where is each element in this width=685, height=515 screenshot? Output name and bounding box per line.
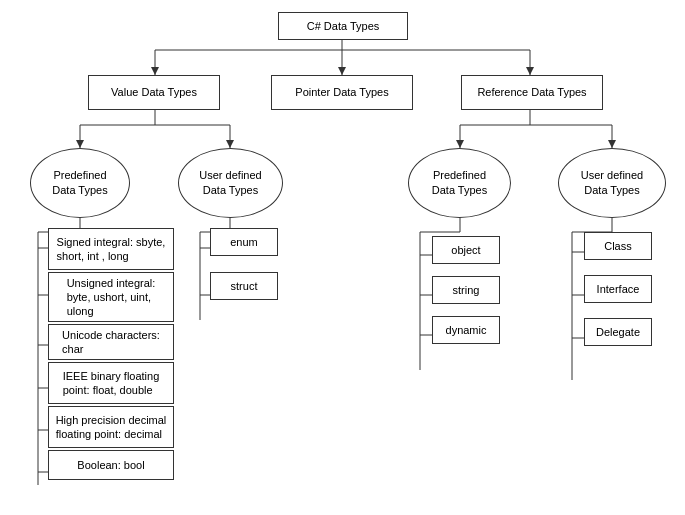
class-label: Class xyxy=(604,239,632,253)
svg-marker-7 xyxy=(526,67,534,75)
ref-predefined-node: Predefined Data Types xyxy=(408,148,511,218)
class-node: Class xyxy=(584,232,652,260)
object-label: object xyxy=(451,243,480,257)
value-node: Value Data Types xyxy=(88,75,220,110)
string-label: string xyxy=(453,283,480,297)
val-user-label: User defined Data Types xyxy=(199,168,261,199)
signed-label: Signed integral: sbyte, short, int , lon… xyxy=(57,235,166,264)
boolean-node: Boolean: bool xyxy=(48,450,174,480)
dynamic-label: dynamic xyxy=(446,323,487,337)
ref-user-node: User defined Data Types xyxy=(558,148,666,218)
interface-node: Interface xyxy=(584,275,652,303)
dynamic-node: dynamic xyxy=(432,316,500,344)
unicode-label: Unicode characters: char xyxy=(62,328,160,357)
svg-marker-5 xyxy=(151,67,159,75)
unsigned-label: Unsigned integral: byte, ushort, uint, u… xyxy=(67,276,156,319)
pointer-node: Pointer Data Types xyxy=(271,75,413,110)
enum-label: enum xyxy=(230,235,258,249)
svg-marker-13 xyxy=(226,140,234,148)
object-node: object xyxy=(432,236,500,264)
unicode-node: Unicode characters: char xyxy=(48,324,174,360)
ieee-label: IEEE binary floating point: float, doubl… xyxy=(63,369,160,398)
svg-marker-6 xyxy=(338,67,346,75)
val-pre-label: Predefined Data Types xyxy=(52,168,107,199)
struct-node: struct xyxy=(210,272,278,300)
root-label: C# Data Types xyxy=(307,19,380,33)
reference-label: Reference Data Types xyxy=(477,85,586,99)
string-node: string xyxy=(432,276,500,304)
delegate-node: Delegate xyxy=(584,318,652,346)
high-node: High precision decimal floating point: d… xyxy=(48,406,174,448)
interface-label: Interface xyxy=(597,282,640,296)
svg-marker-18 xyxy=(456,140,464,148)
ref-user-label: User defined Data Types xyxy=(581,168,643,199)
svg-marker-12 xyxy=(76,140,84,148)
val-user-node: User defined Data Types xyxy=(178,148,283,218)
root-node: C# Data Types xyxy=(278,12,408,40)
reference-node: Reference Data Types xyxy=(461,75,603,110)
delegate-label: Delegate xyxy=(596,325,640,339)
ieee-node: IEEE binary floating point: float, doubl… xyxy=(48,362,174,404)
signed-node: Signed integral: sbyte, short, int , lon… xyxy=(48,228,174,270)
enum-node: enum xyxy=(210,228,278,256)
ref-pre-label: Predefined Data Types xyxy=(432,168,487,199)
struct-label: struct xyxy=(231,279,258,293)
svg-marker-19 xyxy=(608,140,616,148)
unsigned-node: Unsigned integral: byte, ushort, uint, u… xyxy=(48,272,174,322)
diagram: C# Data Types Value Data Types Pointer D… xyxy=(0,0,685,515)
boolean-label: Boolean: bool xyxy=(77,458,144,472)
value-label: Value Data Types xyxy=(111,85,197,99)
pointer-label: Pointer Data Types xyxy=(295,85,388,99)
val-predefined-node: Predefined Data Types xyxy=(30,148,130,218)
high-label: High precision decimal floating point: d… xyxy=(56,413,167,442)
